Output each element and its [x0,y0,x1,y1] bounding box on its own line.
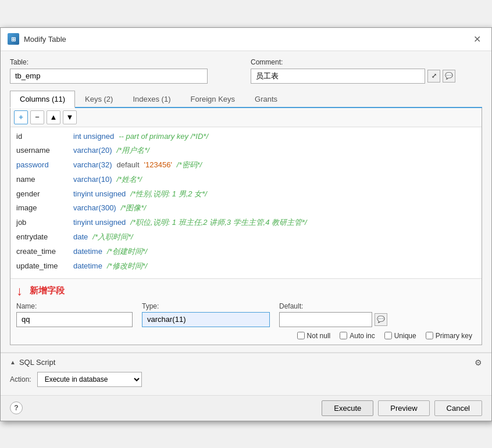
default-field-group: Default: 💬 [279,302,387,327]
col-comment: /*用户名*/ [116,145,149,157]
new-field-default-input[interactable] [279,312,372,327]
arrow-down-icon: ↓ [16,284,23,299]
type-field-group: Type: [142,302,270,327]
table-input[interactable] [10,69,208,84]
col-type: datetime [73,260,102,273]
action-label: Action: [10,375,31,384]
comment-icon-btn[interactable]: 💬 [443,70,455,83]
sql-title: ▲ SQL Script [10,358,55,367]
columns-panel: + − ▲ ▼ id int unsigned -- part of prima… [10,108,482,345]
tab-foreign-keys[interactable]: Foreign Keys [180,91,245,108]
col-type: tinyint unsigned [73,217,126,229]
col-comment: /*修改时间*/ [107,260,147,273]
move-up-button[interactable]: ▲ [47,110,60,124]
execute-button[interactable]: Execute [322,400,373,416]
comment-label: Comment: [251,58,482,66]
new-field-type-input[interactable] [142,312,270,327]
comment-group: Comment: ⤢ 💬 [251,58,482,84]
type-field-label: Type: [142,302,270,310]
dialog-footer: ? Execute Preview Cancel [1,395,491,421]
new-field-name-input[interactable] [16,312,133,327]
action-row: Action: Execute in database Open in SQL … [10,372,482,387]
table-row[interactable]: password varchar(32) default '123456' /*… [10,158,482,173]
title-bar: ⊞ Modify Table ✕ [1,28,491,51]
footer-buttons: Execute Preview Cancel [322,400,482,416]
table-row[interactable]: username varchar(20) /*用户名*/ [10,144,482,158]
comment-input-row: ⤢ 💬 [251,69,482,84]
form-row-top: Table: Comment: ⤢ 💬 [10,58,482,84]
col-name: id [16,131,69,143]
move-down-button[interactable]: ▼ [63,110,77,124]
default-comment-btn[interactable]: 💬 [375,313,387,326]
col-comment: /*图像*/ [121,202,146,214]
tab-indexes[interactable]: Indexes (1) [123,91,180,108]
tab-grants[interactable]: Grants [245,91,287,108]
primary-key-checkbox-item: Primary key [426,332,472,340]
col-type: varchar(32) [73,159,112,171]
field-inputs-row: Name: Type: Default: 💬 [16,302,476,327]
name-field-label: Name: [16,302,133,310]
table-row[interactable]: gender tinyint unsigned /*性别,说明: 1 男,2 女… [10,187,482,202]
col-comment: -- part of primary key /*ID*/ [119,131,208,143]
sql-title-text: SQL Script [19,358,55,367]
table-label: Table: [10,58,241,66]
comment-input[interactable] [251,69,425,84]
sql-header: ▲ SQL Script ⚙ [10,358,482,367]
table-row[interactable]: job tinyint unsigned /*职位,说明: 1 班主任,2 讲师… [10,216,482,230]
auto-inc-checkbox[interactable] [340,332,347,339]
col-comment: /*性别,说明: 1 男,2 女*/ [130,188,206,200]
col-comment: /*职位,说明: 1 班主任,2 讲师,3 学生主管,4 教研主管*/ [130,217,306,229]
col-type: varchar(300) [73,202,116,214]
primary-key-label: Primary key [436,332,472,340]
table-row[interactable]: create_time datetime /*创建时间*/ [10,245,482,259]
col-name: entrydate [16,231,69,243]
unique-checkbox[interactable] [384,332,392,339]
gear-icon[interactable]: ⚙ [475,358,482,367]
col-type: datetime [73,246,102,258]
columns-toolbar: + − ▲ ▼ [10,108,482,127]
new-field-label: 新增字段 [30,285,65,296]
col-comment: /*姓名*/ [116,174,141,186]
table-row[interactable]: entrydate date /*入职时间*/ [10,230,482,245]
preview-button[interactable]: Preview [378,400,429,416]
expand-icon-btn[interactable]: ⤢ [427,70,440,83]
default-field-label: Default: [279,302,387,310]
help-button[interactable]: ? [10,402,23,414]
col-keyword: default [116,159,139,171]
col-name: image [16,202,69,214]
col-name: name [16,174,69,186]
col-type: varchar(10) [73,174,112,186]
remove-column-button[interactable]: − [30,110,44,124]
col-string: '123456' [144,159,172,171]
col-name: password [16,159,69,171]
col-type: date [73,231,88,243]
auto-inc-label: Auto inc [350,332,375,340]
name-field-group: Name: [16,302,133,327]
collapse-icon[interactable]: ▲ [10,359,16,365]
col-name: gender [16,188,69,200]
tab-columns[interactable]: Columns (11) [10,91,75,108]
modify-table-dialog: ⊞ Modify Table ✕ Table: Comment: ⤢ 💬 [0,27,492,421]
close-button[interactable]: ✕ [470,33,484,46]
col-comment: /*创建时间*/ [107,246,147,258]
dialog-body: Table: Comment: ⤢ 💬 Columns (11) Keys (2… [1,51,491,352]
col-name: username [16,145,69,157]
primary-key-checkbox[interactable] [426,332,433,339]
tab-keys[interactable]: Keys (2) [75,91,123,108]
table-name-group: Table: [10,58,241,84]
app-icon-letter: ⊞ [11,36,16,42]
checkboxes-row: Not null Auto inc Unique Primary key [16,332,476,340]
add-column-button[interactable]: + [14,110,28,124]
table-row[interactable]: image varchar(300) /*图像*/ [10,201,482,216]
table-row[interactable]: id int unsigned -- part of primary key /… [10,130,482,144]
action-select[interactable]: Execute in database Open in SQL editor C… [37,372,142,387]
unique-checkbox-item: Unique [384,332,416,340]
table-row[interactable]: name varchar(10) /*姓名*/ [10,173,482,187]
tabs-row: Columns (11) Keys (2) Indexes (1) Foreig… [10,89,482,108]
not-null-checkbox[interactable] [297,332,305,339]
col-name: job [16,217,69,229]
dialog-title: Modify Table [24,35,66,44]
not-null-label: Not null [307,332,331,340]
cancel-button[interactable]: Cancel [434,400,482,416]
table-row[interactable]: update_time datetime /*修改时间*/ [10,259,482,274]
